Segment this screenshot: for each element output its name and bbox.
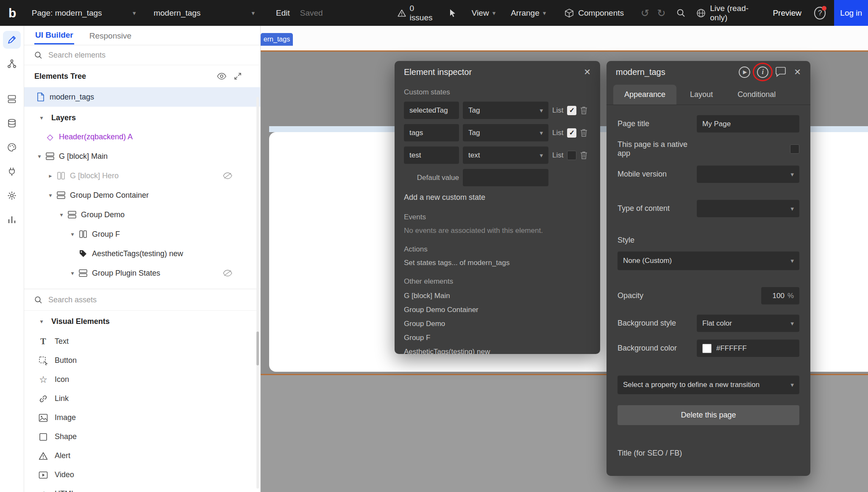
tab-responsive[interactable]: Responsive: [89, 27, 132, 44]
page-selector[interactable]: Page: modern_tags ▾: [26, 0, 142, 26]
login-button[interactable]: Log in: [834, 0, 868, 26]
tree-item-g-block-hero[interactable]: ▸ G [block] Hero: [24, 166, 260, 185]
styles-tab-icon[interactable]: [3, 138, 21, 156]
tree-item-g-block-main[interactable]: ▾ G [block] Main: [24, 146, 260, 166]
undo-icon[interactable]: ↺: [641, 7, 649, 19]
style-dropdown[interactable]: None (Custom) ▾: [618, 252, 799, 270]
eye-off-icon[interactable]: [223, 270, 232, 276]
native-app-checkbox[interactable]: [790, 144, 799, 154]
tree-item-group-plugin-states[interactable]: ▾ Group Plugin States: [24, 263, 260, 283]
caret-down-icon[interactable]: ▾: [67, 270, 78, 276]
palette-item-button[interactable]: Button: [24, 351, 260, 370]
tree-item-aesthetictags[interactable]: AestheticTags(testing) new: [24, 244, 260, 263]
info-icon[interactable]: i: [757, 66, 768, 78]
live-readonly-button[interactable]: Live (read-only): [696, 4, 759, 22]
scrollbar-track[interactable]: [256, 97, 259, 489]
default-value-input[interactable]: [463, 169, 548, 186]
page-title-input[interactable]: My Page: [697, 115, 799, 133]
state-type-dropdown[interactable]: Tag ▾: [463, 124, 548, 141]
eye-icon[interactable]: [217, 73, 226, 80]
help-icon[interactable]: ?: [814, 7, 826, 19]
caret-down-icon[interactable]: ▾: [67, 231, 78, 238]
state-type-dropdown[interactable]: text ▾: [463, 146, 548, 164]
caret-down-icon[interactable]: ▾: [34, 153, 45, 160]
background-style-dropdown[interactable]: Flat color ▾: [697, 315, 799, 332]
palette-item-video[interactable]: Video: [24, 465, 260, 484]
settings-tab-icon[interactable]: [3, 187, 21, 205]
tab-layout[interactable]: Layout: [679, 85, 724, 105]
element-selector[interactable]: modern_tags ▾: [147, 0, 261, 26]
palette-item-image[interactable]: Image: [24, 408, 260, 427]
edit-menu[interactable]: Edit: [276, 8, 290, 18]
tab-ui-builder[interactable]: UI Builder: [34, 26, 74, 44]
caret-down-icon[interactable]: ▾: [36, 318, 47, 325]
trash-icon[interactable]: [580, 106, 587, 114]
state-name-input[interactable]: test: [404, 146, 459, 164]
page-name-tab[interactable]: ern_tags: [261, 33, 293, 46]
property-editor-header[interactable]: modern_tags ▶ i ✕: [606, 61, 810, 83]
design-tab-icon[interactable]: [3, 31, 21, 49]
caret-down-icon[interactable]: ▾: [36, 114, 47, 121]
action-item[interactable]: Set states tags... of modern_tags: [404, 259, 591, 267]
mobile-version-dropdown[interactable]: ▾: [697, 166, 799, 183]
layers-header[interactable]: ▾ Layers: [24, 108, 260, 127]
tree-item-header-reusable[interactable]: ◇ Header(zqbackend) A: [24, 127, 260, 146]
inspector-header[interactable]: Element inspector ✕: [395, 61, 600, 83]
close-icon[interactable]: ✕: [794, 67, 801, 77]
tree-item-group-demo-container[interactable]: ▾ Group Demo Container: [24, 185, 260, 205]
caret-down-icon[interactable]: ▾: [56, 211, 67, 218]
redo-icon[interactable]: ↻: [657, 7, 665, 19]
delete-page-button[interactable]: Delete this page: [618, 405, 799, 425]
list-checkbox[interactable]: [567, 106, 576, 115]
color-swatch[interactable]: [702, 344, 712, 353]
view-menu[interactable]: View ▾: [472, 8, 495, 18]
transition-dropdown[interactable]: Select a property to define a new transi…: [618, 376, 799, 394]
add-custom-state-link[interactable]: Add a new custom state: [404, 193, 591, 202]
trash-icon[interactable]: [580, 129, 587, 137]
expand-icon[interactable]: [234, 72, 242, 80]
logs-tab-icon[interactable]: [3, 211, 21, 229]
tab-conditional[interactable]: Conditional: [726, 85, 787, 105]
caret-down-icon[interactable]: ▾: [45, 192, 56, 199]
page-top-area[interactable]: [261, 26, 868, 50]
other-element-item[interactable]: Group Demo: [404, 320, 591, 328]
cursor-tool-icon[interactable]: [449, 9, 456, 17]
components-button[interactable]: Components: [565, 8, 624, 18]
scrollbar-thumb[interactable]: [256, 332, 259, 365]
pages-tab-icon[interactable]: [3, 90, 21, 108]
eye-off-icon[interactable]: [223, 172, 232, 179]
state-type-dropdown[interactable]: Tag ▾: [463, 102, 548, 119]
other-element-item[interactable]: G [block] Main: [404, 292, 591, 300]
state-name-input[interactable]: tags: [404, 124, 459, 141]
workflow-tab-icon[interactable]: [3, 55, 21, 73]
type-of-content-dropdown[interactable]: ▾: [697, 200, 799, 217]
palette-item-link[interactable]: Link: [24, 389, 260, 408]
palette-item-icon[interactable]: ☆ Icon: [24, 370, 260, 389]
arrange-menu[interactable]: Arrange ▾: [511, 8, 546, 18]
trash-icon[interactable]: [580, 151, 587, 159]
list-checkbox[interactable]: [567, 151, 576, 160]
opacity-input[interactable]: 100 %: [761, 287, 799, 304]
issues-indicator[interactable]: 0 issues: [398, 4, 435, 22]
tree-item-page[interactable]: modern_tags: [24, 87, 260, 107]
tree-item-group-demo[interactable]: ▾ Group Demo: [24, 205, 260, 224]
palette-item-text[interactable]: T Text: [24, 332, 260, 351]
other-element-item[interactable]: AestheticTags(testing) new: [404, 348, 591, 354]
palette-item-html[interactable]: </> HTML: [24, 484, 260, 492]
bubble-logo[interactable]: b: [8, 6, 22, 20]
palette-item-alert[interactable]: Alert: [24, 446, 260, 465]
background-color-input[interactable]: #FFFFFF: [697, 340, 799, 357]
preview-play-icon[interactable]: ▶: [739, 66, 750, 78]
other-element-item[interactable]: Group Demo Container: [404, 306, 591, 314]
preview-button[interactable]: Preview: [773, 8, 801, 18]
plugins-tab-icon[interactable]: [3, 163, 21, 180]
search-assets-input[interactable]: [48, 296, 209, 304]
tab-appearance[interactable]: Appearance: [613, 85, 676, 105]
search-icon[interactable]: [676, 8, 685, 17]
comment-icon[interactable]: [775, 67, 786, 77]
tree-item-group-f[interactable]: ▾ Group F: [24, 224, 260, 244]
list-checkbox[interactable]: [567, 128, 576, 138]
palette-item-shape[interactable]: Shape: [24, 427, 260, 446]
other-element-item[interactable]: Group F: [404, 334, 591, 342]
close-icon[interactable]: ✕: [584, 67, 591, 77]
